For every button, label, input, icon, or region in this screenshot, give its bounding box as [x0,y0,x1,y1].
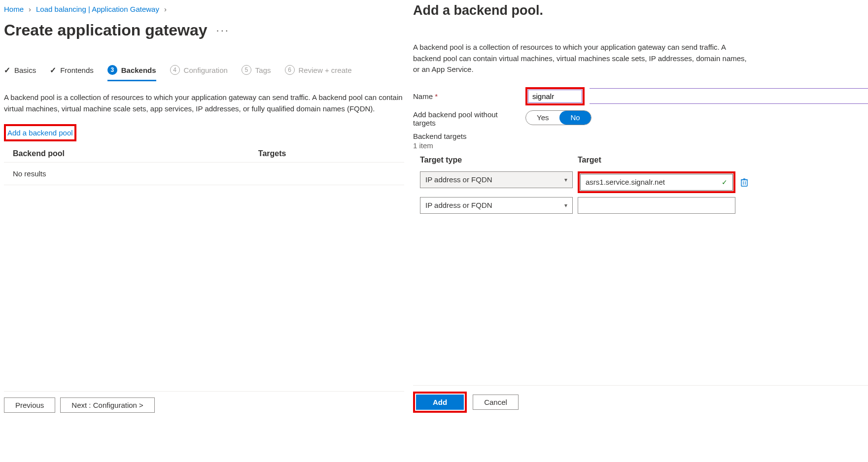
target-type-select[interactable]: IP address or FQDN ▾ [420,171,573,188]
tab-label: Frontends [60,66,94,74]
toggle-yes[interactable]: Yes [526,111,559,125]
chevron-down-icon: ▾ [564,176,567,183]
cancel-button[interactable]: Cancel [473,395,519,410]
target-value: asrs1.service.signalr.net [586,178,665,186]
no-results-cell: No results [4,163,404,185]
breadcrumb: Home › Load balancing | Application Gate… [4,5,404,13]
no-targets-row: Add backend pool without targets Yes No [413,110,868,127]
add-backend-pool-panel: Add a backend pool. A backend pool is a … [413,0,868,462]
main-content: Home › Load balancing | Application Gate… [0,0,404,462]
highlight-add-button: Add [413,392,467,413]
chevron-down-icon: ▾ [564,202,567,209]
col-header-targets: Targets [249,145,404,163]
page-title-row: Create application gateway ··· [4,21,404,39]
empty-action-cell [740,197,754,214]
tab-configuration[interactable]: 4 Configuration [170,65,228,81]
tab-frontends[interactable]: ✓ Frontends [50,66,94,81]
name-input[interactable] [528,90,582,103]
check-icon: ✓ [4,66,10,75]
add-button[interactable]: Add [416,395,464,410]
name-field-row: Name * [413,87,868,105]
step-number-icon: 4 [170,65,180,75]
tab-basics[interactable]: ✓ Basics [4,66,36,81]
select-value: IP address or FQDN [425,175,492,184]
next-button[interactable]: Next : Configuration > [60,397,155,413]
backend-pool-table: Backend pool Targets No results [4,145,404,185]
backend-targets-label: Backend targets [413,132,868,140]
previous-button[interactable]: Previous [4,397,55,413]
delete-target-button[interactable] [740,171,754,193]
tab-tags[interactable]: 5 Tags [242,65,271,81]
wizard-footer: Previous Next : Configuration > [4,391,404,413]
backends-intro-text: A backend pool is a collection of resour… [4,92,403,114]
step-number-icon: 3 [107,65,117,75]
breadcrumb-separator: › [164,5,167,13]
svg-rect-0 [741,180,747,186]
col-header-target-type: Target type [420,156,573,167]
panel-title: Add a backend pool. [413,3,868,18]
no-targets-label: Add backend pool without targets [413,110,521,127]
highlight-add-pool: Add a backend pool [4,124,76,141]
page-title: Create application gateway [4,21,208,39]
no-targets-toggle[interactable]: Yes No [525,110,591,125]
breadcrumb-home[interactable]: Home [4,5,24,13]
tab-label: Tags [255,66,271,74]
panel-description: A backend pool is a collection of resour… [413,42,748,75]
tab-review[interactable]: 6 Review + create [285,65,352,81]
backend-targets-table: Target type Target IP address or FQDN ▾ … [420,156,868,214]
wizard-tabs: ✓ Basics ✓ Frontends 3 Backends 4 Config… [4,65,404,81]
check-icon: ✓ [50,66,56,75]
name-input-border-extension [590,88,868,104]
col-header-backend-pool: Backend pool [4,145,249,163]
col-header-target: Target [578,156,735,167]
table-row: No results [4,163,404,185]
breadcrumb-separator: › [29,5,31,13]
tab-backends[interactable]: 3 Backends [107,65,156,81]
toggle-no[interactable]: No [559,111,590,125]
col-header-actions [740,156,754,167]
step-number-icon: 5 [242,65,251,75]
tab-label: Review + create [299,66,352,74]
tab-label: Basics [14,66,36,74]
add-backend-pool-link[interactable]: Add a backend pool [6,127,74,139]
select-value: IP address or FQDN [425,201,492,209]
trash-icon [740,178,748,187]
target-input[interactable]: asrs1.service.signalr.net ✓ [580,174,733,191]
target-input-empty[interactable] [578,197,735,214]
checkmark-icon: ✓ [722,178,728,186]
tab-label: Configuration [184,66,228,74]
breadcrumb-load-balancing[interactable]: Load balancing | Application Gateway [36,5,159,13]
panel-footer: Add Cancel [413,385,868,413]
item-count: 1 item [413,141,868,150]
tab-label: Backends [121,66,156,74]
highlight-target-input: asrs1.service.signalr.net ✓ [578,171,735,193]
target-type-select[interactable]: IP address or FQDN ▾ [420,197,573,214]
name-label: Name * [413,92,521,100]
highlight-name-input [525,87,585,105]
step-number-icon: 6 [285,65,295,75]
required-indicator: * [435,92,438,100]
more-actions-button[interactable]: ··· [216,28,230,33]
